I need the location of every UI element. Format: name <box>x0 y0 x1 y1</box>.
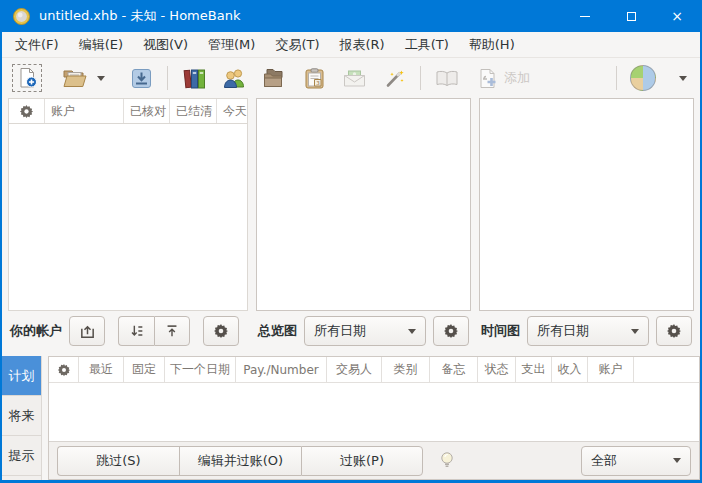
column-status[interactable]: 状态 <box>478 357 516 382</box>
main-area: 账户 已核对 已结清 今天 你的帐户 <box>2 98 700 351</box>
chevron-down-icon <box>673 458 681 463</box>
column-expense[interactable]: 支出 <box>516 357 552 382</box>
column-payee[interactable]: 交易人 <box>327 357 382 382</box>
maximize-icon <box>627 12 636 21</box>
toolbar-separator <box>420 66 421 90</box>
close-button[interactable]: × <box>654 0 700 32</box>
toolbar-separator <box>167 66 168 90</box>
tab-scheduled[interactable]: 计划 <box>2 356 41 396</box>
show-ledger-button[interactable] <box>430 62 464 94</box>
column-account[interactable]: 账户 <box>588 357 634 382</box>
maximize-button[interactable] <box>608 0 654 32</box>
tab-future[interactable]: 将来 <box>2 396 41 436</box>
column-reconciled[interactable]: 已核对 <box>124 99 170 123</box>
menu-reports[interactable]: 报表(R) <box>330 32 395 57</box>
gear-icon <box>57 363 71 377</box>
column-category[interactable]: 类别 <box>382 357 430 382</box>
toolbar: 3 <box>2 58 700 98</box>
show-account-button[interactable] <box>69 316 105 346</box>
assign-wand-icon <box>384 68 405 89</box>
accounts-columns-gear-button[interactable] <box>9 99 45 123</box>
expand-all-icon <box>129 323 145 339</box>
menu-transactions[interactable]: 交易(T) <box>265 32 329 57</box>
column-late[interactable]: 最近 <box>79 357 124 382</box>
accounts-header: 账户 已核对 已结清 今天 <box>8 98 248 124</box>
menu-tools[interactable]: 工具(T) <box>395 32 459 57</box>
accounts-footer-label: 你的帐户 <box>10 322 62 340</box>
column-today[interactable]: 今天 <box>217 99 247 123</box>
minimize-button[interactable] <box>562 0 608 32</box>
expand-all-button[interactable] <box>118 316 154 346</box>
open-folder-icon <box>63 68 87 88</box>
time-range-dropdown[interactable]: 所有日期 <box>527 316 649 346</box>
menu-edit[interactable]: 编辑(E) <box>69 32 133 57</box>
post-button[interactable]: 过账(P) <box>301 446 423 476</box>
add-transaction-label: 添加 <box>504 69 530 87</box>
gear-icon <box>666 323 682 339</box>
scheduled-table-body[interactable] <box>49 383 699 441</box>
chevron-down-icon <box>408 329 416 334</box>
chevron-down-icon <box>631 329 639 334</box>
overview-chart-area <box>256 98 471 311</box>
save-button[interactable] <box>124 62 158 94</box>
time-range-value: 所有日期 <box>537 322 631 340</box>
skip-button[interactable]: 跳过(S) <box>57 446 179 476</box>
time-chart-area <box>479 98 694 311</box>
scheduled-button[interactable]: 3 <box>297 62 331 94</box>
accounts-panel: 账户 已核对 已结清 今天 你的帐户 <box>8 98 248 351</box>
open-recent-dropdown[interactable] <box>92 62 110 94</box>
ledger-book-icon <box>435 70 459 87</box>
accounts-list[interactable] <box>8 124 248 311</box>
column-fixed[interactable]: 固定 <box>124 357 165 382</box>
menu-manage[interactable]: 管理(M) <box>198 32 265 57</box>
edit-and-post-button[interactable]: 编辑并过账(O) <box>179 446 301 476</box>
save-icon <box>131 68 152 89</box>
overview-settings-button[interactable] <box>433 316 469 346</box>
column-pay-number[interactable]: Pay./Number <box>236 357 327 382</box>
time-chart-panel: 时间图 所有日期 <box>479 98 694 351</box>
time-chart-settings-button[interactable] <box>656 316 692 346</box>
lightbulb-icon <box>440 451 454 470</box>
accounts-settings-button[interactable] <box>203 316 239 346</box>
column-next-date[interactable]: 下一个日期 <box>165 357 236 382</box>
overview-range-dropdown[interactable]: 所有日期 <box>304 316 426 346</box>
column-income[interactable]: 收入 <box>552 357 588 382</box>
payees-icon <box>223 68 246 88</box>
open-file-button[interactable] <box>58 62 92 94</box>
overview-footer: 总览图 所有日期 <box>256 311 471 351</box>
chevron-down-icon <box>97 76 105 81</box>
payees-button[interactable] <box>217 62 251 94</box>
menu-view[interactable]: 视图(V) <box>133 32 198 57</box>
categories-icon <box>263 68 286 88</box>
scheduled-columns-gear-button[interactable] <box>49 357 79 382</box>
categories-button[interactable] <box>257 62 291 94</box>
add-transaction-button[interactable]: 添加 <box>474 62 534 94</box>
reports-button[interactable] <box>626 62 660 94</box>
column-memo[interactable]: 备忘 <box>430 357 478 382</box>
chevron-down-icon <box>679 76 687 81</box>
gear-icon <box>19 104 34 119</box>
homebank-coin-icon <box>13 8 30 25</box>
overview-label: 总览图 <box>258 322 297 340</box>
scheduled-tabstrip: 计划 将来 提示 <box>2 356 42 480</box>
gear-icon <box>213 323 229 339</box>
menu-file[interactable]: 文件(F) <box>5 32 69 57</box>
collapse-all-button[interactable] <box>154 316 190 346</box>
time-chart-label: 时间图 <box>481 322 520 340</box>
budget-button[interactable] <box>337 62 371 94</box>
scheduled-filter-dropdown[interactable]: 全部 <box>581 446 691 476</box>
scheduled-frame: 最近 固定 下一个日期 Pay./Number 交易人 类别 备忘 状态 支出 … <box>48 356 700 480</box>
scheduled-icon: 3 <box>304 68 325 89</box>
reports-dropdown[interactable] <box>674 62 692 94</box>
menu-help[interactable]: 帮助(H) <box>459 32 525 57</box>
new-file-icon <box>17 67 38 89</box>
assign-button[interactable] <box>377 62 411 94</box>
column-cleared[interactable]: 已结清 <box>170 99 217 123</box>
new-file-button[interactable] <box>10 62 44 94</box>
tab-tips[interactable]: 提示 <box>2 436 41 476</box>
homebank-window: untitled.xhb - 未知 - HomeBank × 文件(F) 编辑(… <box>0 0 702 483</box>
budget-icon <box>343 70 366 87</box>
toolbar-separator <box>616 66 617 90</box>
column-account[interactable]: 账户 <box>45 99 124 123</box>
accounts-button[interactable] <box>177 62 211 94</box>
